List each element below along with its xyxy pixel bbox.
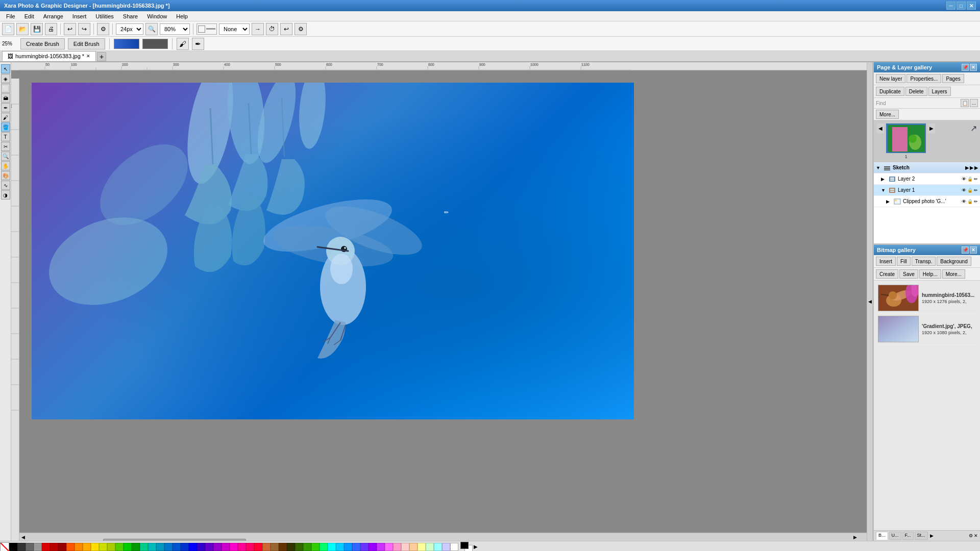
pages-nav-left[interactable]: ◀ (877, 123, 884, 133)
bitmap-item-gradient[interactable]: 'Gradient.jpg', JPEG, 980 x 551 pixels… (876, 314, 978, 345)
close-button[interactable]: ✕ (967, 2, 976, 10)
l2-lock[interactable]: 🔒 (967, 177, 973, 182)
menu-window[interactable]: Window (143, 12, 171, 20)
color-white[interactable] (450, 543, 458, 551)
l1-eye[interactable]: 👁 (962, 188, 966, 193)
color-red3[interactable] (58, 543, 66, 551)
color-magenta2[interactable] (238, 543, 246, 551)
gradient-tool[interactable]: 🎨 (1, 171, 10, 180)
color-green1[interactable] (115, 543, 124, 551)
color-lavender[interactable] (442, 543, 450, 551)
page-1-thumbnail[interactable]: 1 (886, 123, 926, 159)
l2-eye[interactable]: 👁 (962, 177, 966, 182)
canvas-viewport[interactable]: ✏ (28, 79, 867, 541)
brush-size-select[interactable]: 24px 12px 36px (116, 23, 143, 35)
layer2-expand[interactable]: ▶ (881, 177, 888, 182)
minimize-button[interactable]: ─ (946, 2, 955, 10)
color-olive1[interactable] (287, 543, 295, 551)
color-ltblue1[interactable] (336, 543, 344, 551)
l1-edit[interactable]: ✏ (974, 188, 978, 193)
color-pink1[interactable] (246, 543, 254, 551)
brush-preview-1[interactable] (114, 39, 139, 49)
color-green3[interactable] (132, 543, 140, 551)
color-violet1[interactable] (369, 543, 377, 551)
fg-swatch[interactable] (460, 542, 469, 549)
insert-button[interactable]: Insert (876, 257, 896, 266)
brush-preview-2[interactable] (142, 39, 168, 49)
color-cyan2[interactable] (173, 543, 181, 551)
color-indigo1[interactable] (360, 543, 369, 551)
color-cyan3[interactable] (328, 543, 336, 551)
panel-pin-button[interactable]: 📌 (962, 64, 969, 71)
layer1-expand[interactable]: ▼ (881, 188, 888, 193)
menu-edit[interactable]: Edit (20, 12, 38, 20)
zoom-tool[interactable]: 🔍 (1, 152, 10, 161)
color-peach2[interactable] (409, 543, 418, 551)
new-tab-button[interactable]: + (97, 52, 106, 61)
pages-nav-right[interactable]: ▶ (928, 123, 935, 133)
paint-tool[interactable]: 🖌 (1, 113, 10, 122)
color-yellow2[interactable] (99, 543, 107, 551)
color-ltpink2[interactable] (393, 543, 401, 551)
create-button[interactable]: Create (876, 269, 898, 279)
color-red1[interactable] (42, 543, 50, 551)
sketch-vis-3[interactable]: ▶ (974, 165, 978, 170)
edit-brush-button[interactable]: Edit Brush (68, 38, 105, 49)
background-button[interactable]: Background (937, 257, 971, 266)
copy-button[interactable]: ⚙ (97, 23, 109, 35)
help-button[interactable]: Help... (919, 269, 941, 279)
save-bitmap-button[interactable]: Save (899, 269, 918, 279)
color-violet2[interactable] (377, 543, 385, 551)
panel-settings-icon[interactable]: ⚙ (969, 533, 973, 538)
crop-tool[interactable]: ✂ (1, 142, 10, 151)
clipped-photo[interactable]: ▶ Clipped photo 'G...' 👁 🔒 ✏ (874, 196, 980, 207)
color-darkgray[interactable] (17, 543, 26, 551)
color-olive3[interactable] (303, 543, 311, 551)
color-purple1[interactable] (205, 543, 213, 551)
color-lime1[interactable] (311, 543, 320, 551)
push-tool[interactable]: ✋ (1, 161, 10, 170)
clip-eye[interactable]: 👁 (962, 199, 966, 204)
hscroll-bar[interactable]: ◀ ▶ (19, 533, 859, 541)
color-lime2[interactable] (320, 543, 328, 551)
color-purple3[interactable] (222, 543, 230, 551)
save-button[interactable]: 💾 (31, 23, 43, 35)
hscroll-left-arrow[interactable]: ◀ (19, 535, 27, 540)
tab-close-button[interactable]: ✕ (86, 54, 90, 59)
properties-button[interactable]: Properties... (906, 74, 941, 83)
color-green2[interactable] (124, 543, 132, 551)
fills-tab[interactable]: F... (902, 532, 914, 540)
selector-tool[interactable]: ↖ (1, 64, 10, 73)
l2-edit[interactable]: ✏ (974, 177, 978, 182)
bitmap-pin-button[interactable]: 📌 (962, 246, 969, 254)
no-color-swatch[interactable] (0, 542, 9, 552)
color-midgray[interactable] (26, 543, 34, 551)
history-button[interactable]: ⏱ (266, 23, 278, 35)
text-tool[interactable]: T (1, 132, 10, 141)
fit-mode-select[interactable]: None Fit (219, 23, 250, 35)
color-cyan1[interactable] (164, 543, 173, 551)
new-button[interactable]: 📄 (2, 23, 14, 35)
color-cream[interactable] (418, 543, 426, 551)
zoom-button[interactable]: 🔍 (145, 23, 158, 35)
open-button[interactable]: 📂 (16, 23, 29, 35)
bitmap-close-button[interactable]: ✕ (970, 246, 977, 254)
layer-sketch[interactable]: ▼ Sketch ▶ ▶ ▶ (874, 162, 980, 173)
color-magenta1[interactable] (230, 543, 238, 551)
menu-arrange[interactable]: Arrange (39, 12, 67, 20)
menu-file[interactable]: File (2, 12, 19, 20)
more-bitmap-button[interactable]: More... (942, 269, 965, 279)
brush-tool-1[interactable]: 🖌 (177, 38, 189, 50)
delete-button[interactable]: Delete (905, 87, 927, 96)
color-blue3[interactable] (197, 543, 205, 551)
pages-tab-button[interactable]: Pages (942, 74, 964, 83)
color-peach1[interactable] (401, 543, 409, 551)
layers-tab-button[interactable]: Layers (928, 87, 951, 96)
color-olive2[interactable] (295, 543, 303, 551)
color-ltpink1[interactable] (385, 543, 393, 551)
color-blue2[interactable] (189, 543, 197, 551)
color-pink2[interactable] (254, 543, 262, 551)
color-teal1[interactable] (140, 543, 148, 551)
menu-help[interactable]: Help (172, 12, 192, 20)
more-button[interactable]: … (970, 99, 978, 107)
